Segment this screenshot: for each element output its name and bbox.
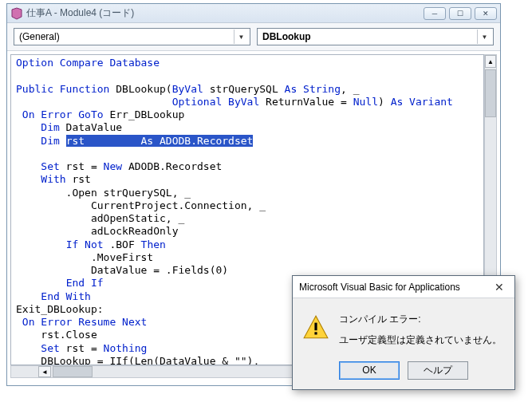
procedure-dropdown-value: DBLookup xyxy=(262,31,311,42)
procedure-dropdown[interactable]: DBLookup ▼ xyxy=(257,28,494,45)
svg-rect-2 xyxy=(314,332,317,334)
dialog-titlebar: Microsoft Visual Basic for Applications … xyxy=(293,276,514,298)
dialog-msg-line1: コンパイル エラー: xyxy=(339,311,502,327)
dialog-message: コンパイル エラー: ユーザ定義型は定義されていません。 xyxy=(339,311,502,349)
chevron-down-icon: ▼ xyxy=(234,30,248,44)
dialog-close-button[interactable]: ✕ xyxy=(491,279,508,295)
object-dropdown-value: (General) xyxy=(19,31,60,42)
hscroll-thumb[interactable] xyxy=(53,366,93,377)
object-proc-selectors: (General) ▼ DBLookup ▼ xyxy=(7,23,500,51)
dialog-buttons: OK ヘルプ xyxy=(293,357,514,389)
warning-icon xyxy=(302,314,329,341)
window-title: 仕事A - Module4 (コード) xyxy=(26,6,424,20)
window-buttons: ─ ☐ ✕ xyxy=(424,7,497,20)
dialog-body: コンパイル エラー: ユーザ定義型は定義されていません。 xyxy=(293,298,514,357)
vscroll-thumb[interactable] xyxy=(485,69,496,117)
module-icon xyxy=(10,7,23,20)
minimize-button[interactable]: ─ xyxy=(424,7,446,20)
error-dialog: Microsoft Visual Basic for Applications … xyxy=(292,275,515,390)
scroll-up-button[interactable]: ▲ xyxy=(485,55,496,68)
scroll-left-button[interactable]: ◄ xyxy=(38,366,51,377)
object-dropdown[interactable]: (General) ▼ xyxy=(14,28,250,45)
dialog-msg-line2: ユーザ定義型は定義されていません。 xyxy=(339,332,502,348)
ok-button[interactable]: OK xyxy=(339,361,400,380)
svg-rect-1 xyxy=(314,323,317,331)
maximize-button[interactable]: ☐ xyxy=(449,7,471,20)
dialog-title: Microsoft Visual Basic for Applications xyxy=(299,282,491,293)
titlebar: 仕事A - Module4 (コード) ─ ☐ ✕ xyxy=(7,4,500,23)
close-button[interactable]: ✕ xyxy=(475,7,497,20)
selected-text[interactable]: rst As ADODB.Recordset xyxy=(66,135,254,147)
help-button[interactable]: ヘルプ xyxy=(408,361,468,380)
chevron-down-icon: ▼ xyxy=(477,30,491,44)
